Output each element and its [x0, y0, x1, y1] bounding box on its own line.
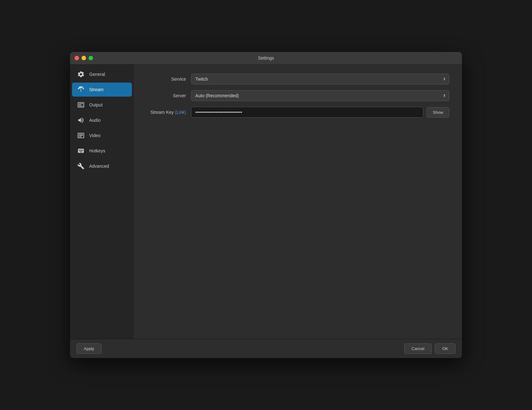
- bottom-bar: Apply Cancel OK: [70, 339, 462, 358]
- close-button[interactable]: [75, 56, 79, 60]
- audio-icon: [77, 116, 85, 124]
- stream-key-wrapper: Show: [191, 107, 449, 118]
- service-select[interactable]: Twitch YouTube Facebook Live: [191, 74, 449, 84]
- minimize-button[interactable]: [82, 56, 86, 60]
- settings-window: Settings General Stream: [70, 52, 462, 358]
- server-row: Server Auto (Recommended) US West US Eas…: [147, 90, 449, 101]
- cancel-button[interactable]: Cancel: [404, 343, 432, 354]
- server-label: Server: [147, 93, 191, 98]
- service-select-wrapper: Twitch YouTube Facebook Live ⬍: [191, 74, 449, 84]
- advanced-icon: [77, 162, 85, 170]
- sidebar-item-advanced[interactable]: Advanced: [72, 159, 132, 173]
- show-button[interactable]: Show: [427, 107, 449, 118]
- sidebar-item-stream-label: Stream: [89, 87, 104, 92]
- stream-key-input[interactable]: [191, 107, 423, 118]
- bottom-left-buttons: Apply: [76, 343, 102, 354]
- sidebar-item-output[interactable]: Output: [72, 98, 132, 112]
- sidebar-item-general-label: General: [89, 72, 105, 77]
- window-body: General Stream Output: [70, 64, 462, 339]
- output-icon: [77, 101, 85, 109]
- sidebar-item-audio[interactable]: Audio: [72, 113, 132, 127]
- traffic-lights: [75, 56, 93, 60]
- server-select-wrapper: Auto (Recommended) US West US East EU We…: [191, 90, 449, 101]
- sidebar-item-advanced-label: Advanced: [89, 164, 109, 169]
- service-label: Service: [147, 77, 191, 82]
- sidebar-item-audio-label: Audio: [89, 118, 101, 123]
- sidebar-item-hotkeys-label: Hotkeys: [89, 148, 105, 153]
- stream-key-link[interactable]: (Link): [175, 110, 186, 115]
- sidebar-item-general[interactable]: General: [72, 67, 132, 81]
- stream-key-label: Stream Key (Link): [147, 110, 191, 115]
- bottom-right-buttons: Cancel OK: [404, 343, 456, 354]
- ok-button[interactable]: OK: [435, 343, 456, 354]
- maximize-button[interactable]: [89, 56, 93, 60]
- service-row: Service Twitch YouTube Facebook Live ⬍: [147, 74, 449, 84]
- hotkeys-icon: [77, 147, 85, 155]
- stream-key-row: Stream Key (Link) Show: [147, 107, 449, 118]
- stream-icon: [77, 86, 85, 93]
- video-icon: [77, 132, 85, 139]
- gear-icon: [77, 70, 85, 78]
- sidebar: General Stream Output: [70, 64, 134, 339]
- sidebar-item-video[interactable]: Video: [72, 128, 132, 143]
- server-select[interactable]: Auto (Recommended) US West US East EU We…: [191, 90, 449, 101]
- sidebar-item-stream[interactable]: Stream: [72, 83, 132, 97]
- apply-button[interactable]: Apply: [76, 343, 102, 354]
- sidebar-item-hotkeys[interactable]: Hotkeys: [72, 144, 132, 158]
- title-bar: Settings: [70, 52, 462, 64]
- window-title: Settings: [258, 55, 274, 61]
- sidebar-item-video-label: Video: [89, 133, 101, 138]
- sidebar-item-output-label: Output: [89, 102, 103, 107]
- main-content: Service Twitch YouTube Facebook Live ⬍ S…: [134, 64, 462, 339]
